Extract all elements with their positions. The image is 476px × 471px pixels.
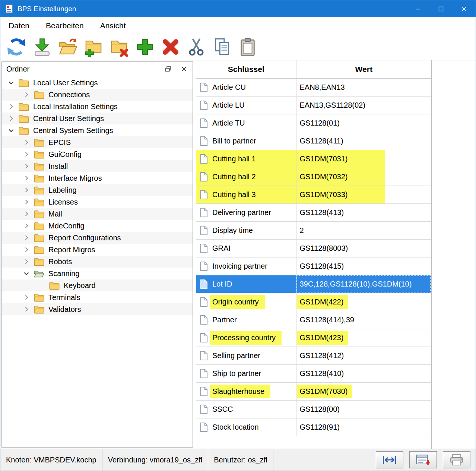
chevron-collapsed-icon[interactable] <box>22 234 31 242</box>
chevron-collapsed-icon[interactable] <box>22 91 31 99</box>
export-list-button[interactable] <box>409 451 437 468</box>
refresh-button[interactable] <box>6 36 27 58</box>
close-button[interactable] <box>453 0 476 17</box>
file-icon <box>200 297 208 307</box>
open-folder-button[interactable] <box>57 36 79 58</box>
chevron-collapsed-icon[interactable] <box>22 293 31 301</box>
tree-item-keyboard[interactable]: Keyboard <box>2 279 193 291</box>
tree-item-label: Local Installation Settings <box>33 102 118 111</box>
close-panel-button[interactable] <box>179 64 189 73</box>
chevron-collapsed-icon[interactable] <box>22 305 31 313</box>
table-row-invoicing-partner[interactable]: Invoicing partnerGS1128(415) <box>196 257 431 275</box>
table-row-lot-id[interactable]: Lot ID39C,128,GS1128(10),GS1DM(10) <box>196 275 431 293</box>
table-row-cutting-hall-2[interactable]: Cutting hall 2GS1DM(7032) <box>196 168 431 186</box>
chevron-collapsed-icon[interactable] <box>22 246 31 254</box>
column-header-schluessel[interactable]: Schlüssel <box>196 60 296 78</box>
table-row-cutting-hall-3[interactable]: Cutting hall 3GS1DM(7033) <box>196 186 431 203</box>
paste-button[interactable] <box>237 36 258 58</box>
menu-bearbeiten[interactable]: Bearbeiten <box>38 17 92 34</box>
column-header-wert[interactable]: Wert <box>296 60 431 78</box>
setting-key: Bill to partner <box>212 137 256 145</box>
chevron-expanded-icon[interactable] <box>6 126 16 135</box>
export-list-icon <box>415 454 431 466</box>
tree-item-label: Validators <box>48 305 81 314</box>
folder-icon <box>34 305 44 314</box>
add-button[interactable] <box>134 36 156 58</box>
chevron-collapsed-icon[interactable] <box>6 114 16 123</box>
file-icon <box>200 190 208 200</box>
tree-item-install[interactable]: Install <box>2 160 193 172</box>
tree-item-robots[interactable]: Robots <box>2 256 193 268</box>
chevron-collapsed-icon[interactable] <box>22 174 31 182</box>
table-row-article-cu[interactable]: Article CUEAN8,EAN13 <box>196 78 431 96</box>
tree-item-validators[interactable]: Validators <box>2 303 193 315</box>
table-row-ship-to-partner[interactable]: Ship to partnerGS1128(410) <box>196 364 431 382</box>
table-row-bill-to-partner[interactable]: Bill to partnerGS1128(411) <box>196 132 431 150</box>
tree-item-mdeconfig[interactable]: MdeConfig <box>2 220 193 232</box>
import-button[interactable] <box>31 36 53 58</box>
chevron-collapsed-icon[interactable] <box>22 257 31 266</box>
tree-item-connections[interactable]: Connections <box>2 89 193 101</box>
tree-item-labeling[interactable]: Labeling <box>2 184 193 196</box>
table-row-slaughterhouse[interactable]: SlaughterhouseGS1DM(7030) <box>196 382 431 400</box>
table-row-stock-location[interactable]: Stock locationGS1128(91) <box>196 418 431 436</box>
tree-item-terminals[interactable]: Terminals <box>2 291 193 303</box>
chevron-collapsed-icon[interactable] <box>22 186 31 194</box>
chevron-collapsed-icon[interactable] <box>22 210 31 218</box>
panel-splitter[interactable] <box>193 60 196 449</box>
minimize-button[interactable] <box>406 0 429 17</box>
file-icon <box>200 100 208 110</box>
table-row-processing-country[interactable]: Processing countryGS1DM(423) <box>196 329 431 347</box>
fit-width-button[interactable] <box>376 451 403 468</box>
new-folder-button[interactable] <box>83 36 104 58</box>
copy-button[interactable] <box>211 36 233 58</box>
tree-item-report-configurations[interactable]: Report Configurations <box>2 232 193 244</box>
cut-button[interactable] <box>185 36 207 58</box>
tree-item-scanning[interactable]: Scanning <box>2 268 193 279</box>
table-row-display-time[interactable]: Display time2 <box>196 221 431 239</box>
table-row-sscc[interactable]: SSCCGS1128(00) <box>196 400 431 418</box>
chevron-collapsed-icon[interactable] <box>22 222 31 230</box>
tree-item-local-user-settings[interactable]: Local User Settings <box>2 77 193 89</box>
table-row-origin-country[interactable]: Origin countryGS1DM(422) <box>196 293 431 311</box>
chevron-collapsed-icon[interactable] <box>22 138 31 146</box>
delete-folder-button[interactable] <box>108 36 130 58</box>
setting-value: GS1DM(7033) <box>300 190 348 199</box>
chevron-collapsed-icon[interactable] <box>22 198 31 206</box>
menu-ansicht[interactable]: Ansicht <box>92 17 134 34</box>
app-icon <box>4 4 14 14</box>
tree-item-guiconfig[interactable]: GuiConfig <box>2 148 193 160</box>
tree-item-epcis[interactable]: EPCIS <box>2 136 193 148</box>
file-icon <box>200 422 208 432</box>
table-row-partner[interactable]: PartnerGS1128(414),39 <box>196 311 431 329</box>
tree-item-interface-migros[interactable]: Interface Migros <box>2 172 193 184</box>
file-icon <box>200 315 208 325</box>
setting-value: GS1128(414),39 <box>300 316 354 324</box>
chevron-collapsed-icon[interactable] <box>6 102 16 111</box>
menu-daten[interactable]: Daten <box>0 17 38 34</box>
print-button[interactable] <box>443 451 470 468</box>
chevron-collapsed-icon[interactable] <box>22 150 31 158</box>
table-row-delivering-partner[interactable]: Delivering partnerGS1128(413) <box>196 203 431 221</box>
chevron-expanded-icon[interactable] <box>22 269 31 278</box>
tree-item-central-system-settings[interactable]: Central System Settings <box>2 124 193 136</box>
table-row-cutting-hall-1[interactable]: Cutting hall 1GS1DM(7031) <box>196 150 431 168</box>
tree-item-mail[interactable]: Mail <box>2 208 193 220</box>
tree-item-report-migros[interactable]: Report Migros <box>2 244 193 256</box>
tree-item-licenses[interactable]: Licenses <box>2 196 193 208</box>
delete-button[interactable] <box>160 36 181 58</box>
setting-value: EAN8,EAN13 <box>300 83 345 92</box>
chevron-collapsed-icon[interactable] <box>22 162 31 170</box>
table-row-selling-partner[interactable]: Selling partnerGS1128(412) <box>196 347 431 364</box>
table-row-article-tu[interactable]: Article TUGS1128(01) <box>196 114 431 132</box>
table-row-grai[interactable]: GRAIGS1128(8003) <box>196 239 431 257</box>
float-panel-button[interactable] <box>164 64 173 73</box>
import-icon <box>32 37 52 57</box>
tree-item-local-installation-settings[interactable]: Local Installation Settings <box>2 101 193 113</box>
maximize-button[interactable] <box>429 0 453 17</box>
tree-item-central-user-settings[interactable]: Central User Settings <box>2 113 193 124</box>
table-row-article-lu[interactable]: Article LUEAN13,GS1128(02) <box>196 96 431 114</box>
folder-icon <box>34 246 44 254</box>
setting-key: Stock location <box>212 423 259 432</box>
chevron-expanded-icon[interactable] <box>6 79 16 87</box>
